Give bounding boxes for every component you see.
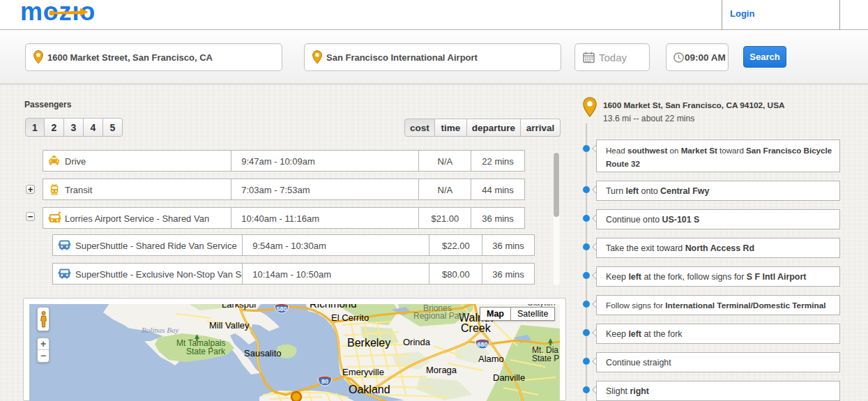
svg-text:Larkspur: Larkspur [222, 304, 257, 310]
svg-text:State P: State P [532, 354, 559, 363]
svg-text:Emeryville: Emeryville [342, 367, 384, 377]
svg-text:Regional Park: Regional Park [413, 311, 466, 321]
svg-text:El Cerrito: El Cerrito [331, 312, 369, 323]
svg-text:Berkeley: Berkeley [347, 337, 390, 349]
svg-text:Creek: Creek [461, 322, 492, 334]
svg-text:Danville: Danville [493, 372, 525, 383]
svg-text:Orinda: Orinda [403, 337, 431, 347]
svg-text:Alamo: Alamo [478, 354, 504, 364]
svg-text:Oakland: Oakland [349, 384, 390, 395]
svg-text:680: 680 [477, 341, 487, 348]
svg-text:Moraga: Moraga [426, 365, 457, 375]
svg-text:Richmond: Richmond [310, 304, 357, 310]
svg-text:580: 580 [276, 305, 287, 312]
svg-text:State Park: State Park [186, 347, 226, 356]
svg-text:Sausalito: Sausalito [244, 348, 281, 358]
svg-text:80: 80 [321, 378, 328, 385]
svg-text:Mill Valley: Mill Valley [209, 320, 250, 331]
svg-text:Bolinas Bay: Bolinas Bay [142, 326, 179, 334]
